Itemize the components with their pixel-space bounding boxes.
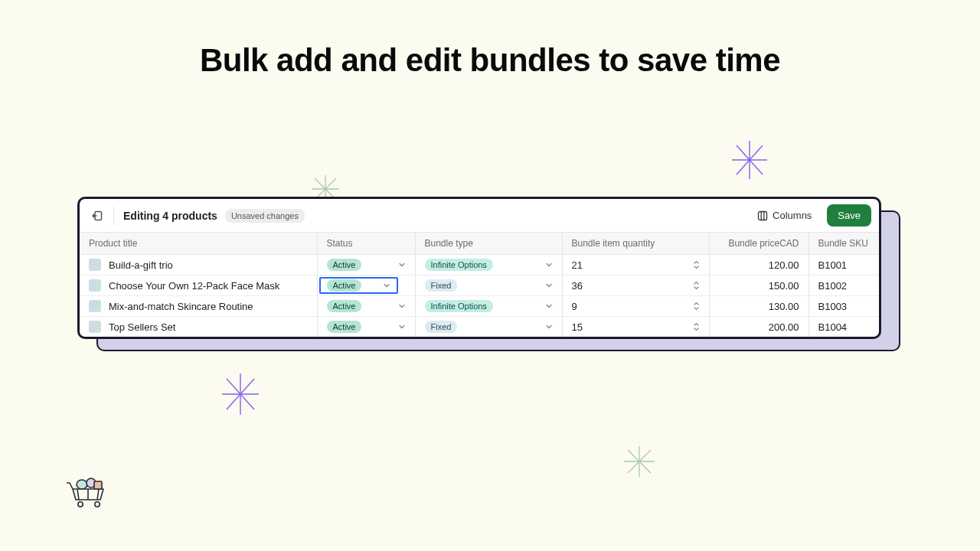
price-cell[interactable]: 150.00 [709,276,808,296]
type-badge: Fixed [425,279,458,292]
columns-button[interactable]: Columns [751,206,818,225]
type-badge: Fixed [425,321,458,333]
qty-cell[interactable]: 9 [562,296,709,317]
chevron-down-icon [398,302,406,310]
type-badge: Infinite Options [425,300,493,312]
columns-icon [757,210,768,221]
stepper-icon [693,301,700,311]
col-header-type: Bundle type [415,233,562,255]
sku-cell[interactable]: B1003 [808,296,879,317]
qty-value: 9 [572,301,577,312]
sku-value: B1001 [818,259,848,271]
svg-line-2 [737,145,763,174]
type-badge: Infinite Options [425,259,493,271]
page-heading: Bulk add and edit bundles to save time [0,42,980,79]
svg-line-11 [227,379,254,409]
bundles-table: Product title Status Bundle type Bundle … [80,233,879,337]
status-cell[interactable]: Active [317,276,415,296]
cart-illustration [65,466,113,509]
chevron-down-icon [545,261,553,269]
status-badge: Active [327,259,362,271]
product-title: Top Sellers Set [109,321,175,333]
qty-value: 36 [572,280,583,292]
price-value: 130.00 [769,301,799,312]
col-header-price: Bundle price CAD [709,233,808,255]
status-badge: Active [327,300,362,312]
table-header-row: Product title Status Bundle type Bundle … [80,233,879,255]
product-thumb [89,279,101,292]
chevron-down-icon [383,282,390,289]
product-title: Mix-and-match Skincare Routine [109,301,253,312]
chevron-down-icon [545,282,553,289]
editing-count-label: Editing 4 products [123,210,217,222]
sparkle-icon [222,373,259,415]
chevron-down-icon [398,323,406,331]
sparkle-icon [624,446,655,477]
product-thumb [89,300,101,312]
product-title: Build-a-gift trio [109,259,173,271]
table-row: Top Sellers SetActiveFixed15200.00B1004 [80,317,879,337]
qty-cell[interactable]: 36 [562,276,709,296]
stepper-icon [693,321,700,332]
svg-point-21 [95,502,100,507]
qty-value: 15 [572,321,583,333]
table-row: Mix-and-match Skincare RoutineActiveInfi… [80,296,879,317]
type-cell[interactable]: Infinite Options [415,296,562,317]
title-cell[interactable]: Top Sellers Set [80,317,317,337]
currency-label: CAD [779,238,799,249]
stepper-icon [693,259,700,270]
title-cell[interactable]: Choose Your Own 12-Pack Face Mask [80,276,317,296]
stepper-icon [693,280,700,291]
unsaved-changes-badge: Unsaved changes [225,209,305,223]
price-value: 150.00 [769,280,799,292]
product-thumb [89,321,101,333]
sku-cell[interactable]: B1004 [808,317,879,337]
bulk-editor-card: Editing 4 products Unsaved changes Colum… [77,197,881,339]
qty-cell[interactable]: 21 [562,255,709,276]
columns-label: Columns [773,210,812,221]
title-cell[interactable]: Build-a-gift trio [80,255,317,276]
save-button[interactable]: Save [827,204,871,227]
status-badge: Active [327,321,362,333]
svg-line-14 [628,450,651,473]
type-cell[interactable]: Fixed [415,276,562,296]
sku-cell[interactable]: B1002 [808,276,879,296]
price-cell[interactable]: 130.00 [709,296,808,317]
editor-toolbar: Editing 4 products Unsaved changes Colum… [80,199,879,233]
svg-point-22 [77,480,87,489]
svg-line-15 [628,450,651,473]
chevron-down-icon [545,302,553,310]
col-header-title: Product title [80,233,317,255]
type-cell[interactable]: Fixed [415,317,562,337]
price-cell[interactable]: 120.00 [709,255,808,276]
divider [113,207,114,225]
status-cell[interactable]: Active [317,255,415,276]
svg-point-20 [78,502,83,507]
svg-line-10 [227,379,254,409]
exit-icon [92,210,103,221]
price-value: 200.00 [769,321,799,333]
qty-cell[interactable]: 15 [562,317,709,337]
status-cell[interactable]: Active [317,317,415,337]
col-header-sku: Bundle SKU [808,233,879,255]
status-badge: Active [327,279,362,292]
chevron-down-icon [545,323,553,331]
title-cell[interactable]: Mix-and-match Skincare Routine [80,296,317,317]
type-cell[interactable]: Infinite Options [415,255,562,276]
qty-value: 21 [572,259,583,271]
product-thumb [89,259,101,271]
product-title: Choose Your Own 12-Pack Face Mask [109,280,279,292]
sku-cell[interactable]: B1001 [808,255,879,276]
table-row: Choose Your Own 12-Pack Face MaskActiveF… [80,276,879,296]
col-header-status: Status [317,233,415,255]
sparkle-icon [732,141,767,179]
svg-rect-24 [94,481,102,489]
sku-value: B1004 [818,321,848,333]
col-header-qty: Bundle item quantity [562,233,709,255]
status-cell[interactable]: Active [317,296,415,317]
table-row: Build-a-gift trioActiveInfinite Options2… [80,255,879,276]
price-cell[interactable]: 200.00 [709,317,808,337]
exit-button[interactable] [87,206,107,226]
chevron-down-icon [398,261,406,269]
svg-rect-17 [759,211,767,220]
